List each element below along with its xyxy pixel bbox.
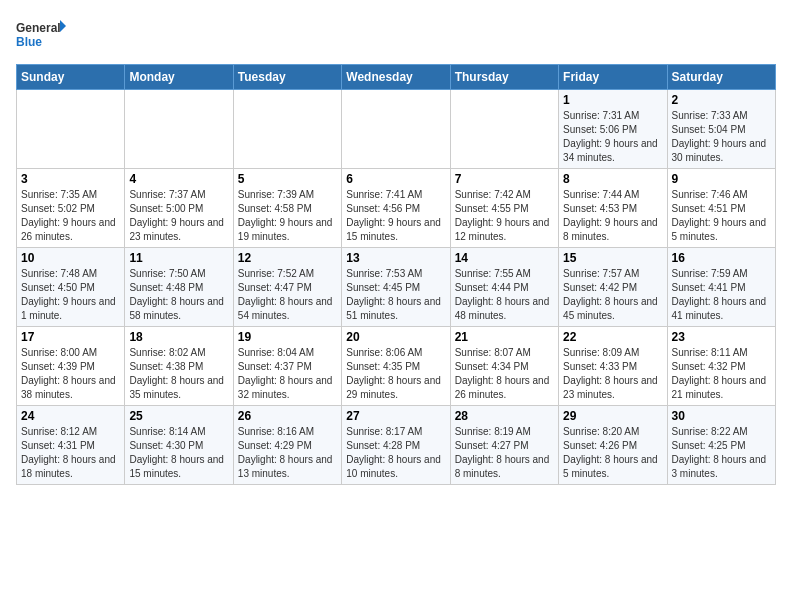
day-info: Sunrise: 7:31 AM Sunset: 5:06 PM Dayligh…	[563, 109, 662, 165]
calendar-week-row: 1Sunrise: 7:31 AM Sunset: 5:06 PM Daylig…	[17, 90, 776, 169]
svg-marker-2	[60, 20, 66, 32]
weekday-header-row: SundayMondayTuesdayWednesdayThursdayFrid…	[17, 65, 776, 90]
calendar-cell: 8Sunrise: 7:44 AM Sunset: 4:53 PM Daylig…	[559, 169, 667, 248]
day-info: Sunrise: 8:07 AM Sunset: 4:34 PM Dayligh…	[455, 346, 554, 402]
day-number: 18	[129, 330, 228, 344]
day-number: 26	[238, 409, 337, 423]
day-info: Sunrise: 7:57 AM Sunset: 4:42 PM Dayligh…	[563, 267, 662, 323]
day-number: 6	[346, 172, 445, 186]
day-info: Sunrise: 7:39 AM Sunset: 4:58 PM Dayligh…	[238, 188, 337, 244]
day-number: 1	[563, 93, 662, 107]
day-info: Sunrise: 7:37 AM Sunset: 5:00 PM Dayligh…	[129, 188, 228, 244]
day-number: 28	[455, 409, 554, 423]
day-number: 13	[346, 251, 445, 265]
calendar-cell: 1Sunrise: 7:31 AM Sunset: 5:06 PM Daylig…	[559, 90, 667, 169]
calendar-cell: 10Sunrise: 7:48 AM Sunset: 4:50 PM Dayli…	[17, 248, 125, 327]
day-number: 24	[21, 409, 120, 423]
day-info: Sunrise: 7:41 AM Sunset: 4:56 PM Dayligh…	[346, 188, 445, 244]
calendar-cell: 7Sunrise: 7:42 AM Sunset: 4:55 PM Daylig…	[450, 169, 558, 248]
header: General Blue	[16, 16, 776, 56]
day-number: 20	[346, 330, 445, 344]
day-number: 12	[238, 251, 337, 265]
calendar-cell: 15Sunrise: 7:57 AM Sunset: 4:42 PM Dayli…	[559, 248, 667, 327]
calendar-cell: 25Sunrise: 8:14 AM Sunset: 4:30 PM Dayli…	[125, 406, 233, 485]
calendar-cell: 6Sunrise: 7:41 AM Sunset: 4:56 PM Daylig…	[342, 169, 450, 248]
calendar-cell: 21Sunrise: 8:07 AM Sunset: 4:34 PM Dayli…	[450, 327, 558, 406]
day-info: Sunrise: 7:59 AM Sunset: 4:41 PM Dayligh…	[672, 267, 771, 323]
day-number: 25	[129, 409, 228, 423]
calendar-week-row: 10Sunrise: 7:48 AM Sunset: 4:50 PM Dayli…	[17, 248, 776, 327]
day-info: Sunrise: 8:14 AM Sunset: 4:30 PM Dayligh…	[129, 425, 228, 481]
calendar-cell	[233, 90, 341, 169]
day-info: Sunrise: 7:35 AM Sunset: 5:02 PM Dayligh…	[21, 188, 120, 244]
logo: General Blue	[16, 16, 66, 56]
calendar-week-row: 17Sunrise: 8:00 AM Sunset: 4:39 PM Dayli…	[17, 327, 776, 406]
day-number: 2	[672, 93, 771, 107]
calendar-cell: 17Sunrise: 8:00 AM Sunset: 4:39 PM Dayli…	[17, 327, 125, 406]
day-info: Sunrise: 8:00 AM Sunset: 4:39 PM Dayligh…	[21, 346, 120, 402]
day-info: Sunrise: 8:09 AM Sunset: 4:33 PM Dayligh…	[563, 346, 662, 402]
day-info: Sunrise: 7:44 AM Sunset: 4:53 PM Dayligh…	[563, 188, 662, 244]
calendar-week-row: 3Sunrise: 7:35 AM Sunset: 5:02 PM Daylig…	[17, 169, 776, 248]
weekday-header: Thursday	[450, 65, 558, 90]
calendar-week-row: 24Sunrise: 8:12 AM Sunset: 4:31 PM Dayli…	[17, 406, 776, 485]
weekday-header: Monday	[125, 65, 233, 90]
weekday-header: Saturday	[667, 65, 775, 90]
calendar-cell: 23Sunrise: 8:11 AM Sunset: 4:32 PM Dayli…	[667, 327, 775, 406]
day-info: Sunrise: 8:20 AM Sunset: 4:26 PM Dayligh…	[563, 425, 662, 481]
calendar-cell: 12Sunrise: 7:52 AM Sunset: 4:47 PM Dayli…	[233, 248, 341, 327]
calendar-cell: 11Sunrise: 7:50 AM Sunset: 4:48 PM Dayli…	[125, 248, 233, 327]
day-info: Sunrise: 8:22 AM Sunset: 4:25 PM Dayligh…	[672, 425, 771, 481]
weekday-header: Sunday	[17, 65, 125, 90]
day-number: 14	[455, 251, 554, 265]
day-number: 8	[563, 172, 662, 186]
day-info: Sunrise: 8:02 AM Sunset: 4:38 PM Dayligh…	[129, 346, 228, 402]
weekday-header: Wednesday	[342, 65, 450, 90]
day-number: 21	[455, 330, 554, 344]
calendar-cell: 20Sunrise: 8:06 AM Sunset: 4:35 PM Dayli…	[342, 327, 450, 406]
day-info: Sunrise: 7:55 AM Sunset: 4:44 PM Dayligh…	[455, 267, 554, 323]
calendar-cell: 16Sunrise: 7:59 AM Sunset: 4:41 PM Dayli…	[667, 248, 775, 327]
svg-text:Blue: Blue	[16, 35, 42, 49]
day-number: 29	[563, 409, 662, 423]
calendar-cell: 9Sunrise: 7:46 AM Sunset: 4:51 PM Daylig…	[667, 169, 775, 248]
calendar-cell: 24Sunrise: 8:12 AM Sunset: 4:31 PM Dayli…	[17, 406, 125, 485]
calendar-cell: 19Sunrise: 8:04 AM Sunset: 4:37 PM Dayli…	[233, 327, 341, 406]
calendar-cell	[17, 90, 125, 169]
calendar-cell: 27Sunrise: 8:17 AM Sunset: 4:28 PM Dayli…	[342, 406, 450, 485]
calendar-cell	[125, 90, 233, 169]
day-info: Sunrise: 8:16 AM Sunset: 4:29 PM Dayligh…	[238, 425, 337, 481]
calendar-table: SundayMondayTuesdayWednesdayThursdayFrid…	[16, 64, 776, 485]
day-number: 16	[672, 251, 771, 265]
day-number: 23	[672, 330, 771, 344]
day-number: 3	[21, 172, 120, 186]
day-number: 5	[238, 172, 337, 186]
calendar-cell: 14Sunrise: 7:55 AM Sunset: 4:44 PM Dayli…	[450, 248, 558, 327]
day-info: Sunrise: 7:33 AM Sunset: 5:04 PM Dayligh…	[672, 109, 771, 165]
calendar-cell: 13Sunrise: 7:53 AM Sunset: 4:45 PM Dayli…	[342, 248, 450, 327]
day-number: 9	[672, 172, 771, 186]
day-number: 30	[672, 409, 771, 423]
calendar-cell: 4Sunrise: 7:37 AM Sunset: 5:00 PM Daylig…	[125, 169, 233, 248]
day-info: Sunrise: 7:48 AM Sunset: 4:50 PM Dayligh…	[21, 267, 120, 323]
calendar-cell	[342, 90, 450, 169]
day-number: 11	[129, 251, 228, 265]
day-number: 22	[563, 330, 662, 344]
logo-svg: General Blue	[16, 16, 66, 56]
svg-text:General: General	[16, 21, 61, 35]
calendar-cell: 26Sunrise: 8:16 AM Sunset: 4:29 PM Dayli…	[233, 406, 341, 485]
day-number: 7	[455, 172, 554, 186]
day-number: 19	[238, 330, 337, 344]
day-number: 17	[21, 330, 120, 344]
day-info: Sunrise: 7:46 AM Sunset: 4:51 PM Dayligh…	[672, 188, 771, 244]
calendar-cell: 18Sunrise: 8:02 AM Sunset: 4:38 PM Dayli…	[125, 327, 233, 406]
day-number: 10	[21, 251, 120, 265]
calendar-cell: 30Sunrise: 8:22 AM Sunset: 4:25 PM Dayli…	[667, 406, 775, 485]
day-info: Sunrise: 8:11 AM Sunset: 4:32 PM Dayligh…	[672, 346, 771, 402]
day-info: Sunrise: 8:04 AM Sunset: 4:37 PM Dayligh…	[238, 346, 337, 402]
day-number: 15	[563, 251, 662, 265]
day-info: Sunrise: 8:19 AM Sunset: 4:27 PM Dayligh…	[455, 425, 554, 481]
calendar-cell: 29Sunrise: 8:20 AM Sunset: 4:26 PM Dayli…	[559, 406, 667, 485]
day-number: 4	[129, 172, 228, 186]
day-info: Sunrise: 8:17 AM Sunset: 4:28 PM Dayligh…	[346, 425, 445, 481]
